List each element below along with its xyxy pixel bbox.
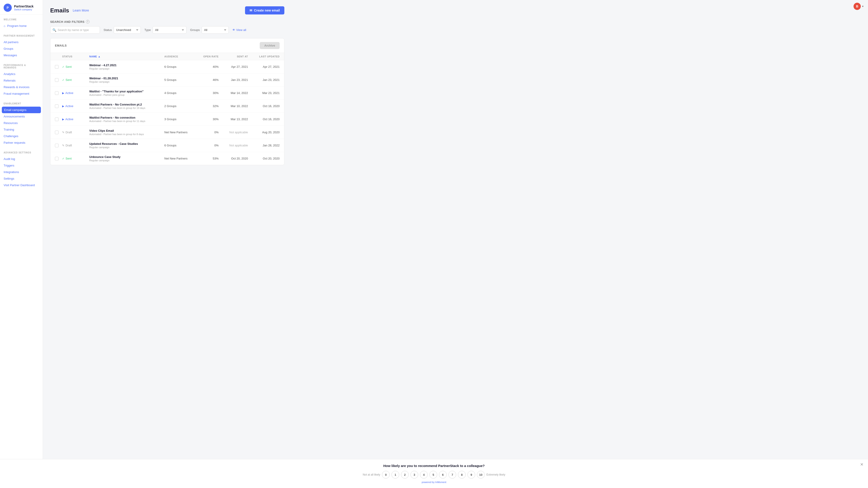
nps-number-6[interactable]: 6 — [439, 471, 447, 479]
col-audience-header: AUDIENCE — [164, 55, 196, 58]
type-filter-select[interactable]: All Regular campaign Automated — [153, 26, 186, 34]
audience-0: 6 Groups — [164, 65, 196, 68]
email-name-6[interactable]: Updated Resources - Case Studies — [89, 142, 164, 145]
open-rate-1: 46% — [196, 78, 219, 82]
sidebar-item-all-partners[interactable]: All partners — [0, 39, 43, 45]
row-checkbox-0[interactable] — [55, 65, 62, 69]
sort-icon: ▲ — [98, 55, 100, 58]
nps-number-9[interactable]: 9 — [467, 471, 475, 479]
sidebar-item-label: Rewards & invoices — [4, 86, 29, 89]
row-checkbox-7[interactable] — [55, 157, 62, 160]
row-checkbox-2[interactable] — [55, 91, 62, 95]
nps-number-7[interactable]: 7 — [448, 471, 456, 479]
sidebar-item-triggers[interactable]: Triggers — [0, 162, 43, 169]
search-input[interactable] — [50, 26, 100, 34]
open-rate-6: 0% — [196, 144, 219, 147]
sidebar-item-announcements[interactable]: Announcements — [0, 113, 43, 120]
nps-number-8[interactable]: 8 — [458, 471, 466, 479]
nps-number-0[interactable]: 0 — [382, 471, 390, 479]
create-new-email-button[interactable]: ✉ Create new email — [245, 6, 284, 14]
sidebar-item-program-home[interactable]: ⌂ Program home — [0, 23, 43, 29]
nps-number-5[interactable]: 5 — [430, 471, 437, 479]
nps-number-1[interactable]: 1 — [392, 471, 399, 479]
email-info-1: Webinar - 01.28.2021 Regular campaign — [89, 76, 164, 83]
email-sub-5: Automated - Partner has been in group fo… — [89, 133, 164, 135]
app-name: PartnerStack — [14, 4, 33, 8]
status-badge-6: ✎ Draft — [62, 144, 89, 147]
email-name-5[interactable]: Video Clips Email — [89, 129, 164, 132]
sidebar-item-analytics[interactable]: Analytics — [0, 71, 43, 77]
sidebar-item-fraud-management[interactable]: Fraud management — [0, 90, 43, 97]
sidebar-item-label: Program home — [7, 24, 27, 28]
sidebar-item-rewards-invoices[interactable]: Rewards & invoices — [0, 84, 43, 90]
email-name-7[interactable]: Unbounce Case Study — [89, 155, 164, 159]
email-sub-6: Regular campaign — [89, 146, 164, 149]
nps-number-10[interactable]: 10 — [477, 471, 485, 479]
email-name-0[interactable]: Webinar - 4.27.2021 — [89, 64, 164, 67]
sidebar-item-audit-log[interactable]: Audit log — [0, 156, 43, 162]
sidebar-item-resources[interactable]: Resources — [0, 120, 43, 126]
sidebar-item-label: Fraud management — [4, 92, 29, 95]
filters-info-icon[interactable]: ? — [86, 20, 90, 24]
email-name-4[interactable]: Waitlist Partners - No connection — [89, 116, 164, 119]
sidebar-item-messages[interactable]: Messages — [0, 52, 43, 59]
email-sub-2: Automated - Partner joins group — [89, 94, 164, 96]
email-name-3[interactable]: Waitlist Partners - No Connection pt.2 — [89, 103, 164, 106]
sidebar-section-performance: PERFORMANCE & REWARDS Analytics Referral… — [0, 60, 43, 99]
status-filter-select[interactable]: Unarchived Archived All — [114, 26, 141, 34]
email-name-1[interactable]: Webinar - 01.28.2021 — [89, 76, 164, 80]
last-updated-5: Aug 20, 2020 — [248, 131, 280, 134]
nps-question: How likely are you to recommend PartnerS… — [4, 464, 864, 468]
nps-number-4[interactable]: 4 — [420, 471, 428, 479]
row-checkbox-4[interactable] — [55, 118, 62, 121]
sidebar-item-settings[interactable]: Settings — [0, 175, 43, 182]
user-avatar[interactable]: B — [854, 3, 861, 10]
open-rate-0: 40% — [196, 65, 219, 68]
nps-powered-by: powered by InMoment — [4, 481, 864, 484]
open-rate-2: 30% — [196, 91, 219, 95]
nps-number-3[interactable]: 3 — [410, 471, 418, 479]
sidebar-item-visit-partner-dashboard[interactable]: Visit Partner Dashboard — [0, 182, 43, 188]
table-row: ✓ Sent Webinar - 4.27.2021 Regular campa… — [51, 60, 284, 73]
sidebar-item-label: Training — [4, 128, 14, 131]
sidebar-section-advanced: ADVANCED SETTINGS Audit log Triggers Int… — [0, 148, 43, 190]
sidebar-item-integrations[interactable]: Integrations — [0, 169, 43, 175]
open-rate-3: 32% — [196, 104, 219, 108]
nps-number-2[interactable]: 2 — [401, 471, 409, 479]
sidebar-item-groups[interactable]: Groups — [0, 45, 43, 52]
eye-icon: 👁 — [232, 28, 235, 32]
email-name-2[interactable]: Waitlist - "Thanks for your application" — [89, 90, 164, 93]
sidebar-item-challenges[interactable]: Challenges — [0, 133, 43, 139]
status-badge-4: ▶ Active — [62, 118, 89, 121]
sidebar-item-referrals[interactable]: Referrals — [0, 77, 43, 84]
sidebar-item-label: Settings — [4, 177, 14, 180]
sidebar-item-label: Audit log — [4, 157, 15, 161]
row-checkbox-1[interactable] — [55, 78, 62, 82]
section-label-performance: PERFORMANCE & REWARDS — [0, 64, 43, 71]
nps-numbers: 012345678910 — [382, 471, 485, 479]
switch-company-link[interactable]: Switch company — [14, 8, 33, 11]
filters-label: SEARCH AND FILTERS ? — [50, 20, 284, 24]
email-info-5: Video Clips Email Automated - Partner ha… — [89, 129, 164, 135]
row-checkbox-5[interactable] — [55, 131, 62, 134]
row-checkbox-6[interactable] — [55, 144, 62, 147]
view-all-link[interactable]: 👁 View all — [232, 28, 246, 32]
status-icon-4: ▶ — [62, 118, 64, 121]
col-name-label: NAME — [89, 55, 97, 58]
section-label-advanced: ADVANCED SETTINGS — [0, 151, 43, 156]
status-icon-3: ▶ — [62, 105, 64, 108]
sidebar-item-training[interactable]: Training — [0, 126, 43, 133]
status-icon-5: ✎ — [62, 131, 64, 134]
sidebar-item-label: Integrations — [4, 170, 19, 174]
sidebar-item-email-campaigns[interactable]: Email campaigns — [2, 107, 41, 113]
sidebar-item-partner-requests[interactable]: Partner requests — [0, 139, 43, 146]
groups-filter-select[interactable]: All — [202, 26, 229, 34]
learn-more-link[interactable]: Learn More — [73, 8, 89, 12]
status-text-6: Draft — [66, 144, 72, 147]
nps-close-button[interactable]: ✕ — [860, 462, 864, 467]
col-name-header[interactable]: NAME ▲ — [89, 55, 164, 58]
sidebar-item-label: Partner requests — [4, 141, 25, 144]
app-layout: P PartnerStack Switch company WELCOME ⌂ … — [0, 0, 868, 488]
filters-row: 🔍 Status Unarchived Archived All Type — [50, 26, 284, 34]
row-checkbox-3[interactable] — [55, 104, 62, 108]
